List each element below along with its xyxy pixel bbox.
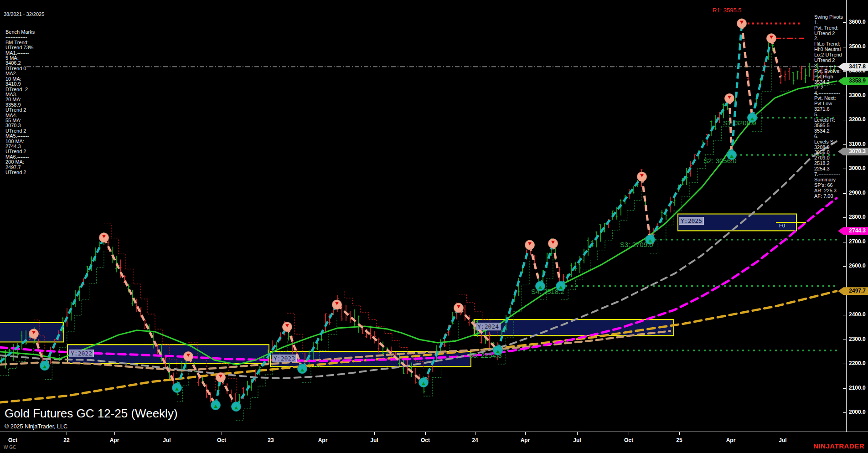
price-axis-tick <box>843 412 846 413</box>
price-axis-label: 2700.0 <box>849 238 866 245</box>
time-axis-label: Oct <box>618 437 639 443</box>
time-axis-tick <box>271 432 271 435</box>
instrument-period-label: W GC <box>4 445 16 450</box>
panel-line: 6.------------- <box>814 134 843 139</box>
time-axis-line <box>0 432 868 432</box>
price-axis-tick <box>843 242 846 242</box>
swing-pivots-panel-lines: Swing Pivots1.-------------Pvt. Trend:UT… <box>814 15 843 199</box>
time-axis-label: 22 <box>56 437 77 443</box>
time-axis-tick <box>114 432 115 435</box>
price-axis-label: 2200.0 <box>849 360 866 366</box>
panel-line: 3534.2 <box>814 129 843 134</box>
panel-line: 20 MA: <box>5 97 44 102</box>
year-label-2025[interactable]: Y:2025 <box>679 217 704 225</box>
time-axis-label: Apr <box>312 437 333 443</box>
panel-line: 200 MA: <box>5 160 44 165</box>
panel-line: Pvt. Evolve: <box>814 69 843 74</box>
time-axis-tick <box>13 432 13 435</box>
time-axis-tick <box>67 432 67 435</box>
panel-line: Swing Pivots <box>814 15 843 20</box>
price-axis-label: 2900.0 <box>849 190 866 196</box>
year-label-2024[interactable]: Y:2024 <box>475 323 501 330</box>
price-axis-label: 3600.0 <box>849 19 866 25</box>
price-axis-tick <box>843 169 846 169</box>
price-axis-tick <box>843 388 846 389</box>
price-axis-tick <box>843 47 846 47</box>
year-boxes <box>0 214 796 367</box>
time-axis-label: 24 <box>465 437 486 443</box>
chart-title-block: Gold Futures GC 12-25 (Weekly) © 2025 Ni… <box>5 407 178 430</box>
ma-line-55-MA <box>0 141 837 378</box>
f0-marker-label: F0 <box>779 223 785 228</box>
price-axis-label: 3000.0 <box>849 165 866 171</box>
time-axis-tick <box>425 432 426 435</box>
panel-line: 1.------------- <box>814 20 843 26</box>
time-axis-tick <box>222 432 222 435</box>
price-axis-tick <box>843 340 846 340</box>
price-axis-label: 2800.0 <box>849 214 866 220</box>
time-axis-tick <box>679 432 680 435</box>
time-axis-label: Jul <box>567 437 588 443</box>
panel-line: UTrend 2 <box>5 108 44 113</box>
time-axis-tick <box>525 432 526 435</box>
year-label-2022[interactable]: Y:2022 <box>69 350 94 357</box>
s3-level-label: S3: 2709.0 <box>620 241 653 248</box>
price-axis-label: 2300.0 <box>849 336 866 342</box>
price-axis-label: 3500.0 <box>849 43 866 50</box>
s5-level-label: S5: 2254.3 <box>469 351 502 359</box>
price-axis-label: 2400.0 <box>849 311 866 318</box>
panel-line: MA5.------- <box>5 134 44 139</box>
price-axis-tick <box>843 217 846 218</box>
time-axis-tick <box>167 432 167 435</box>
price-axis-tick <box>843 364 846 364</box>
time-axis-label: 25 <box>669 437 690 443</box>
time-axis-tick <box>577 432 578 435</box>
chart-title: Gold Futures GC 12-25 (Weekly) <box>5 407 178 421</box>
panel-line: AF: 7.00 <box>814 194 843 199</box>
benchmarks-panel: 38/2021 - 32/2025 Bench Marks-----------… <box>4 1 44 185</box>
time-axis-label: Oct <box>415 437 436 443</box>
s2-level-label: S2: 3056.0 <box>703 157 737 165</box>
price-axis-tick <box>843 71 846 72</box>
panel-line: MA2.------- <box>5 71 44 76</box>
panel-line: Levels S: <box>814 139 843 145</box>
pivot-level-lines <box>26 23 846 350</box>
price-axis-label: 3300.0 <box>849 92 866 98</box>
s4-level-label: S4: 2518.2 <box>531 288 564 295</box>
panel-line: UTrend 73% <box>5 45 44 50</box>
price-axis-tick <box>843 266 846 267</box>
time-axis-label: Jul <box>364 437 385 443</box>
price-axis-label: 2000.0 <box>849 409 866 415</box>
panel-line: D: 2 <box>814 85 843 91</box>
price-axis-label: 3200.0 <box>849 116 866 123</box>
time-axis-label: Apr <box>104 437 125 443</box>
price-axis-tick <box>843 22 846 23</box>
price-tag-2744.3: 2744.3 <box>838 227 868 235</box>
price-axis-label: 2100.0 <box>849 385 866 391</box>
ninjatrader-logo: NINJATRADER <box>813 442 864 450</box>
time-axis-tick <box>475 432 475 435</box>
time-axis-label: Oct <box>211 437 232 443</box>
panel-line: AR: 225.3 <box>814 188 843 194</box>
price-axis-label: 2600.0 <box>849 263 866 269</box>
price-tag-2497.7: 2497.7 <box>838 287 868 295</box>
r1-level-label: R1: 3595.5 <box>713 7 742 14</box>
time-axis-label: 23 <box>260 437 281 443</box>
time-axis-tick <box>374 432 375 435</box>
year-label-2023[interactable]: Y:2023 <box>272 355 297 362</box>
time-axis-label: Apr <box>515 437 536 443</box>
date-range-label: 38/2021 - 32/2025 <box>4 12 44 17</box>
ninjatrader-chart-window: 3600.03500.03400.03300.03200.03100.03000… <box>0 0 868 453</box>
time-axis-tick <box>731 432 731 435</box>
panel-line: Pvt. Trend: <box>814 26 843 31</box>
price-axis-tick <box>843 315 846 315</box>
time-axis-label: Oct <box>2 437 23 443</box>
price-axis-label: 3100.0 <box>849 141 866 147</box>
price-axis-tick <box>843 96 846 96</box>
price-chart-plot[interactable] <box>0 0 868 453</box>
panel-line: Pvt High <box>814 74 843 80</box>
time-axis-tick <box>323 432 323 435</box>
s1-level-label: S1: 3208.9 <box>723 119 756 127</box>
swing-pivots-panel: Swing Pivots1.-------------Pvt. Trend:UT… <box>814 4 843 210</box>
copyright-text: © 2025 NinjaTrader, LLC <box>5 423 178 430</box>
